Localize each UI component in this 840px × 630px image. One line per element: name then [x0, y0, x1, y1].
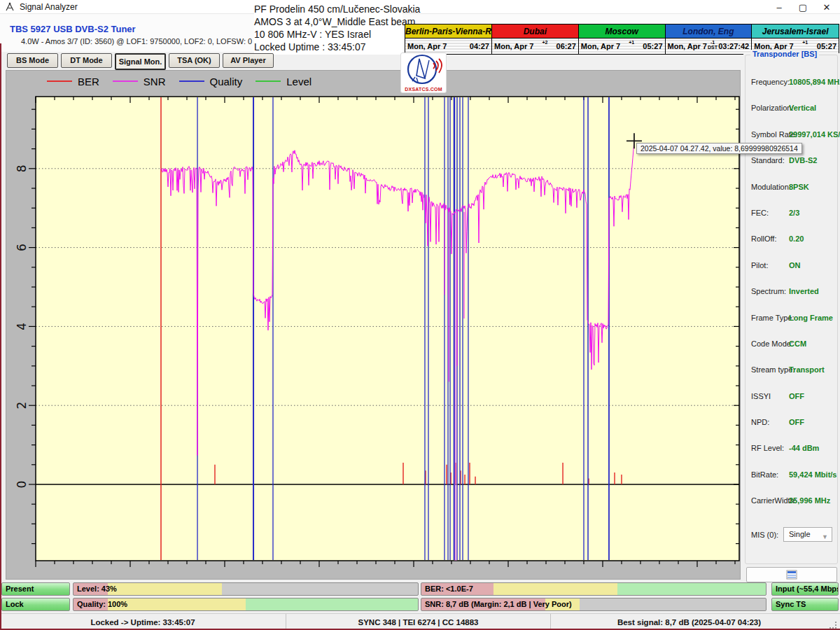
clock-time: 06:27 [556, 42, 578, 50]
transponder-label: BitRate: [751, 470, 778, 479]
legend-line-sample [255, 80, 281, 82]
svg-text:0: 0 [15, 481, 29, 489]
clock-date: Mon, Apr 7 [666, 42, 707, 50]
status-badge-lock: Lock [1, 598, 70, 611]
status-bar-level: Level: 43% [73, 582, 419, 596]
clock-city-label: London, Eng [666, 24, 752, 38]
transponder-value: 0.20 [789, 234, 804, 243]
clock-utc-offset: -1DST [708, 38, 718, 50]
clock-date: Mon, Apr 7 [492, 42, 533, 50]
transponder-label: Spectrum: [751, 287, 786, 295]
transponder-label: Pilot: [751, 261, 768, 270]
dxsatcs-logo: DXSATCS.COM [400, 52, 447, 93]
clock-utc-offset: +1 [629, 38, 634, 45]
status-bar-quality: Quality: 100% [73, 598, 419, 611]
tuner-name: TBS 5927 USB DVB-S2 Tuner [10, 24, 136, 34]
clock-time: 04:27 [470, 42, 491, 50]
minimize-button[interactable]: – [773, 2, 785, 13]
transponder-label: Modulation: [751, 183, 791, 191]
status-bar: Locked -> Uptime: 33:45:07 SYNC 348 | TE… [0, 613, 840, 630]
transponder-value: 29997,014 KS/s [789, 130, 840, 139]
status-bar-ber: BER: <1.0E-7 [421, 582, 766, 596]
chart-tooltip: 2025-04-07 04.27.42, value: 8,6999998092… [636, 143, 802, 154]
status-row: LockQuality: 100%SNR: 8,7 dB (Margin: 2,… [1, 598, 839, 611]
clock-time: 05:27 [817, 42, 839, 50]
clock-1: DubaiMon, Apr 7+206:27 [492, 24, 579, 54]
transponder-groupbox: Transponder [BS] Frequency:10805,894 MHz… [745, 55, 838, 564]
signal-chart-panel[interactable]: BERSNRQualityLevel 02468 [6, 70, 741, 580]
mis-value: Single [789, 530, 811, 538]
transponder-value: 8PSK [789, 183, 809, 191]
status-badge-present: Present [1, 582, 70, 596]
mis-row: MIS (0):Single▼ [746, 527, 837, 544]
transponder-sidebar: Transponder [BS] Frequency:10805,894 MHz… [743, 53, 839, 581]
transponder-row: FEC:2/3 [746, 207, 837, 233]
transponder-value: 2/3 [789, 209, 799, 217]
transponder-label: Standard: [751, 156, 785, 164]
status-bar-snr: SNR: 8,7 dB (Margin: 2,1 dB | Very Poor) [421, 598, 766, 611]
header-row: TBS 5927 USB DVB-S2 Tuner 4.0W - Amos 3/… [0, 14, 840, 52]
clock-time: 03:27:42 [718, 42, 751, 50]
clock-0: Berlin-Paris-Vienna-RomaMon, Apr 704:27 [405, 24, 492, 54]
clock-date: Mon, Apr 7 [579, 42, 620, 50]
close-button[interactable]: ✕ [820, 2, 833, 13]
legend-label: Level [286, 76, 312, 88]
clock-city-label: Moscow [579, 24, 665, 38]
satellite-dish-icon [401, 53, 446, 85]
site-line-2: AMOS 3 at 4,0°W_Middle East beam [254, 15, 402, 28]
clock-2: MoscowMon, Apr 7+105:27 [579, 24, 666, 54]
title-bar[interactable]: Signal Analyzer – ▢ ✕ [0, 0, 840, 14]
transponder-row: Code Mode:CCM [746, 338, 837, 364]
transponder-value: Vertical [789, 104, 816, 112]
transponder-label: Stream type: [751, 365, 794, 374]
tab-tsa-ok-[interactable]: TSA (OK) [169, 53, 220, 68]
legend-item-snr: SNR [113, 76, 166, 88]
legend-line-sample [179, 80, 204, 82]
clock-time-row: Mon, Apr 7-1DST03:27:42 [666, 38, 752, 54]
transponder-label: RollOff: [751, 234, 776, 243]
mode-tabs: BS ModeDT ModeSignal Mon.TSA (OK)AV Play… [7, 53, 274, 70]
window-title: Signal Analyzer [20, 2, 78, 12]
tab-av-player[interactable]: AV Player [223, 53, 274, 68]
transponder-row: Frequency:10805,894 MHz [746, 76, 837, 102]
tab-dt-mode[interactable]: DT Mode [61, 53, 112, 68]
site-line-4: Locked Uptime : 33:45:07 [254, 41, 402, 53]
transponder-row: Pilot:ON [746, 260, 837, 286]
transponder-row: Polarization:Vertical [746, 102, 837, 128]
signal-analyzer-window: Signal Analyzer – ▢ ✕ TBS 5927 USB DVB-S… [0, 0, 840, 630]
transponder-row: CarrierWidth:35,996 MHz [746, 495, 837, 521]
ts-details-button[interactable] [746, 567, 837, 582]
status-badge-right: Input (~55,4 Mbps) [771, 582, 839, 596]
transponder-value: 10805,894 MHz [789, 78, 840, 86]
maximize-button[interactable]: ▢ [797, 2, 809, 13]
mis-dropdown[interactable]: Single▼ [783, 527, 832, 542]
transponder-row: RollOff:0.20 [746, 233, 837, 259]
clock-time-row: Mon, Apr 7+206:27 [492, 38, 578, 54]
transponder-label: Polarization: [751, 104, 794, 112]
tab-signal-mon-[interactable]: Signal Mon. [115, 53, 166, 70]
clock-time-row: Mon, Apr 704:27 [405, 38, 491, 54]
transponder-value: DVB-S2 [789, 156, 817, 164]
transponder-label: Frame Type: [751, 314, 794, 322]
transponder-value: OFF [789, 392, 804, 400]
legend-line-sample [47, 80, 72, 82]
statusbar-lock-uptime: Locked -> Uptime: 33:45:07 [0, 614, 286, 630]
transponder-row: RF Level:-44 dBm [746, 442, 837, 468]
transponder-label: RF Level: [751, 444, 784, 452]
statusbar-sync-counters: SYNC 348 | TEI 6274 | CC 14883 [286, 614, 550, 630]
svg-text:6: 6 [15, 244, 29, 251]
tab-bs-mode[interactable]: BS Mode [7, 53, 58, 68]
transponder-value: OFF [789, 418, 804, 426]
clock-3: London, EngMon, Apr 7-1DST03:27:42 [666, 24, 752, 54]
transponder-row: NPD:OFF [746, 416, 837, 442]
status-badge-right: Sync TS [771, 598, 839, 611]
legend-label: Quality [210, 76, 243, 88]
transponder-row: Stream type:Transport [746, 364, 837, 390]
transponder-label: Frequency: [751, 78, 790, 86]
clock-utc-offset: +2 [542, 38, 548, 45]
clock-time: 05:27 [643, 42, 664, 50]
transponder-row: BitRate:59,424 Mbit/s [746, 469, 837, 495]
app-icon [5, 2, 15, 12]
transponder-value: CCM [789, 340, 806, 348]
transponder-value: Transport [789, 365, 825, 374]
